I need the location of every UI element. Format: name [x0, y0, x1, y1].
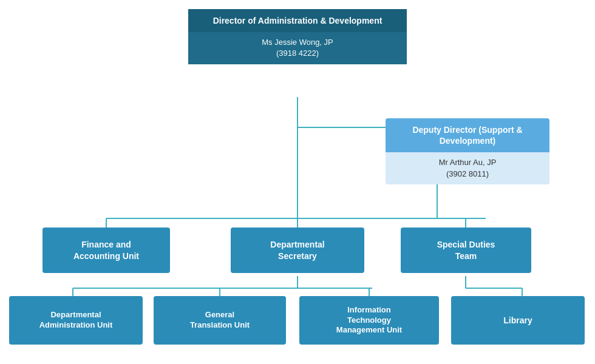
translation-label: GeneralTranslation Unit [154, 304, 286, 337]
secretary-box: DepartmentalSecretary [231, 228, 364, 273]
it-label: InformationTechnologyManagement Unit [299, 299, 439, 342]
it-box: InformationTechnologyManagement Unit [299, 296, 439, 345]
deputy-box: Deputy Director (Support & Development) … [386, 118, 549, 184]
special-box: Special DutiesTeam [401, 228, 531, 273]
library-box: Library [451, 296, 585, 345]
director-person: Ms Jessie Wong, JP (3918 4222) [188, 32, 407, 64]
finance-label: Finance andAccounting Unit [42, 233, 170, 267]
admin-label: DepartmentalAdministration Unit [9, 304, 143, 337]
director-title: Director of Administration & Development [188, 9, 407, 32]
secretary-label: DepartmentalSecretary [231, 233, 364, 267]
director-box: Director of Administration & Development… [188, 9, 407, 64]
deputy-title: Deputy Director (Support & Development) [386, 118, 549, 152]
deputy-person: Mr Arthur Au, JP (3902 8011) [386, 152, 549, 184]
finance-box: Finance andAccounting Unit [42, 228, 170, 273]
library-label: Library [451, 309, 585, 332]
special-label: Special DutiesTeam [401, 233, 531, 267]
translation-box: GeneralTranslation Unit [154, 296, 286, 345]
admin-box: DepartmentalAdministration Unit [9, 296, 143, 345]
org-chart: Director of Administration & Development… [0, 0, 595, 364]
